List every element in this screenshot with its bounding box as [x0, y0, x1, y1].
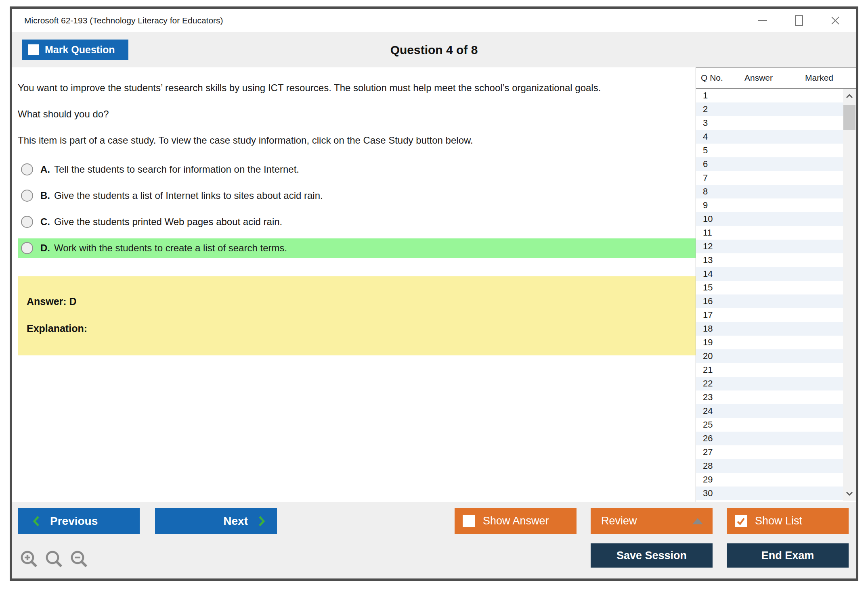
question-list-row[interactable]: 22 — [696, 377, 843, 390]
row-qno: 22 — [703, 377, 740, 390]
option-a-letter: A. — [40, 164, 50, 175]
mark-question-button[interactable]: Mark Question — [22, 40, 128, 60]
end-exam-button[interactable]: End Exam — [727, 543, 849, 568]
question-counter: Question 4 of 8 — [12, 32, 856, 67]
question-list-row[interactable]: 20 — [696, 349, 843, 363]
option-b[interactable]: B. Give the students a list of Internet … — [18, 186, 696, 205]
close-button[interactable] — [829, 15, 841, 27]
question-list-row[interactable]: 4 — [696, 130, 843, 144]
option-b-radio[interactable] — [21, 190, 33, 202]
option-c-letter: C. — [40, 216, 50, 228]
question-list-scrollbar[interactable] — [843, 89, 856, 501]
question-list-row[interactable]: 18 — [696, 322, 843, 336]
option-a-radio[interactable] — [21, 163, 33, 175]
question-list-row[interactable]: 12 — [696, 240, 843, 253]
chevron-left-icon — [32, 516, 40, 527]
close-icon — [830, 15, 841, 26]
show-list-button[interactable]: Show List — [727, 508, 849, 534]
row-answer — [740, 157, 800, 171]
row-qno: 30 — [703, 487, 740, 500]
question-list-row[interactable]: 13 — [696, 253, 843, 267]
question-list-row[interactable]: 21 — [696, 363, 843, 377]
row-qno: 29 — [703, 473, 740, 487]
question-list-row[interactable]: 7 — [696, 171, 843, 185]
row-qno: 15 — [703, 281, 740, 294]
question-list-row[interactable]: 29 — [696, 473, 843, 487]
window-title: Microsoft 62-193 (Technology Literacy fo… — [24, 16, 223, 25]
answer-label: Answer: D — [27, 296, 696, 307]
save-session-label: Save Session — [616, 549, 687, 562]
next-button[interactable]: Next — [155, 508, 277, 534]
row-answer — [740, 473, 800, 487]
zoom-in-icon[interactable] — [19, 549, 39, 569]
zoom-reset-icon[interactable] — [44, 549, 64, 569]
row-qno: 6 — [703, 157, 740, 171]
question-list-row[interactable]: 6 — [696, 157, 843, 171]
save-session-button[interactable]: Save Session — [591, 543, 713, 568]
question-list-row[interactable]: 28 — [696, 459, 843, 473]
question-list-row[interactable]: 19 — [696, 336, 843, 349]
question-list-row[interactable]: 17 — [696, 308, 843, 322]
scroll-up-button[interactable] — [843, 90, 856, 102]
answer-box: Answer: D Explanation: — [18, 276, 696, 355]
triangle-up-icon — [692, 518, 703, 524]
row-qno: 3 — [703, 116, 740, 130]
row-qno: 16 — [703, 294, 740, 308]
row-qno: 5 — [703, 144, 740, 157]
question-list-row[interactable]: 24 — [696, 404, 843, 418]
question-list-row[interactable]: 11 — [696, 226, 843, 240]
row-answer — [740, 363, 800, 377]
show-answer-checkbox-icon — [463, 515, 475, 527]
options-list: A. Tell the students to search for infor… — [12, 160, 696, 258]
question-list-row[interactable]: 3 — [696, 116, 843, 130]
minimize-button[interactable] — [757, 15, 769, 27]
row-qno: 2 — [703, 102, 740, 116]
question-list-row[interactable]: 2 — [696, 102, 843, 116]
option-c-radio[interactable] — [21, 216, 33, 228]
case-study-note: This item is part of a case study. To vi… — [18, 133, 671, 148]
scroll-down-button[interactable] — [843, 488, 856, 500]
question-list-row[interactable]: 8 — [696, 185, 843, 198]
question-list-row[interactable]: 15 — [696, 281, 843, 294]
question-list-row[interactable]: 26 — [696, 432, 843, 445]
option-a[interactable]: A. Tell the students to search for infor… — [18, 160, 696, 179]
question-list-row[interactable]: 14 — [696, 267, 843, 281]
question-list-row[interactable]: 16 — [696, 294, 843, 308]
question-list-row[interactable]: 30 — [696, 487, 843, 500]
row-answer — [740, 404, 800, 418]
question-list-row[interactable]: 10 — [696, 212, 843, 226]
question-list-row[interactable]: 27 — [696, 445, 843, 459]
row-answer — [740, 390, 800, 404]
row-qno: 12 — [703, 240, 740, 253]
question-list-row[interactable]: 5 — [696, 144, 843, 157]
minimize-icon — [758, 20, 767, 21]
show-answer-button[interactable]: Show Answer — [455, 508, 577, 534]
row-answer — [740, 171, 800, 185]
option-d[interactable]: D. Work with the students to create a li… — [18, 238, 696, 258]
end-exam-label: End Exam — [761, 549, 814, 562]
row-qno: 10 — [703, 212, 740, 226]
row-qno: 1 — [703, 89, 740, 102]
column-qno: Q No. — [701, 73, 744, 83]
question-list-row[interactable]: 25 — [696, 418, 843, 432]
question-list-row[interactable]: 1 — [696, 89, 843, 102]
scrollbar-thumb[interactable] — [843, 105, 855, 130]
zoom-out-icon[interactable] — [69, 549, 89, 569]
row-answer — [740, 89, 800, 102]
row-answer — [740, 116, 800, 130]
explanation-label: Explanation: — [27, 323, 696, 334]
chevron-right-icon — [258, 516, 266, 527]
row-answer — [740, 185, 800, 198]
main-area: You want to improve the students’ resear… — [12, 67, 856, 502]
question-list-row[interactable]: 9 — [696, 198, 843, 212]
maximize-button[interactable] — [793, 15, 805, 27]
row-answer — [740, 130, 800, 144]
window-controls — [757, 15, 841, 27]
option-c[interactable]: C. Give the students printed Web pages a… — [18, 212, 696, 232]
show-list-label: Show List — [755, 515, 802, 527]
mark-question-label: Mark Question — [45, 44, 115, 56]
previous-button[interactable]: Previous — [18, 508, 140, 534]
question-list-row[interactable]: 23 — [696, 390, 843, 404]
review-button[interactable]: Review — [591, 508, 713, 534]
option-d-radio[interactable] — [21, 242, 33, 254]
